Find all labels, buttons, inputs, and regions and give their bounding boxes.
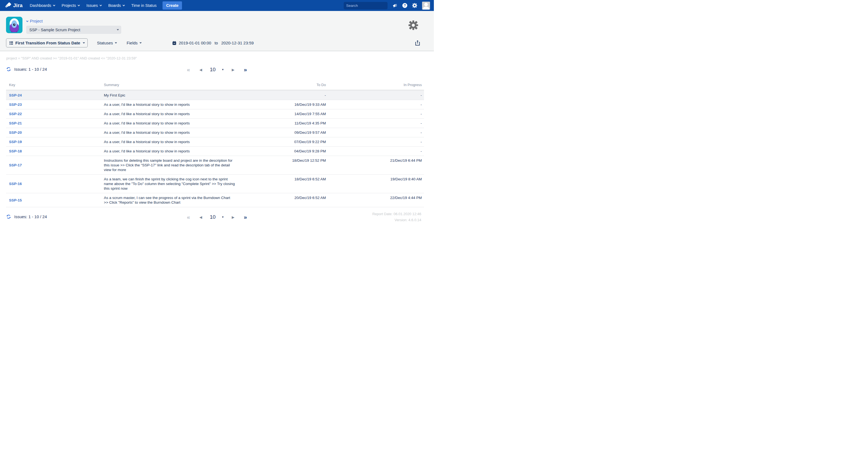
table-row: SSP-17Instructions for deleting this sam… <box>6 156 424 175</box>
in-progress-date: - <box>326 112 422 116</box>
navbar-right: ? <box>344 2 430 9</box>
issue-summary: As a user, I'd like a historical story t… <box>104 102 236 107</box>
issue-key-link[interactable]: SSP-19 <box>9 140 104 144</box>
issues-bar-top: Issues: 1 - 10 / 24 « ◀ 10 ▼ ▶ » <box>0 66 434 75</box>
menu-projects[interactable]: Projects <box>62 3 79 8</box>
in-progress-date: - <box>326 140 422 144</box>
issue-key-link[interactable]: SSP-21 <box>9 121 104 125</box>
statuses-dropdown[interactable]: Statuses <box>97 40 116 45</box>
jira-logo[interactable]: Jira <box>5 2 23 9</box>
issue-summary: As a user, I'd like a historical story t… <box>104 121 236 125</box>
fields-dropdown[interactable]: Fields <box>127 40 141 45</box>
table-row: SSP-15As a scrum master, I can see the p… <box>6 193 424 207</box>
pagination-top: « ◀ 10 ▼ ▶ » <box>187 66 247 73</box>
menu-time-in-status[interactable]: Time in Status <box>131 3 156 8</box>
refresh-icon[interactable] <box>6 67 11 72</box>
last-page-icon[interactable]: » <box>244 66 247 73</box>
chevron-down-icon <box>26 20 28 22</box>
col-header-summary[interactable]: Summary <box>104 83 244 87</box>
in-progress-date: - <box>326 121 422 125</box>
page-size-select[interactable]: 10 ▼ <box>210 214 224 220</box>
gear-icon[interactable] <box>412 3 417 8</box>
report-version: Version: 4.6.0.14 <box>372 217 421 223</box>
report-type-label: First Transition From Status Date <box>16 40 80 45</box>
calendar-icon <box>172 41 177 45</box>
menu-projects-label: Projects <box>62 3 76 8</box>
date-from: 2019-01-01 00:00 <box>179 40 211 45</box>
chevron-down-icon <box>123 4 125 6</box>
project-label: Project <box>30 19 43 23</box>
prev-page-icon[interactable]: ◀ <box>199 68 202 72</box>
next-page-icon[interactable]: ▶ <box>232 68 235 72</box>
menu-issues-label: Issues <box>86 3 98 8</box>
todo-date: 09/Dec/19 9:57 AM <box>244 130 326 135</box>
in-progress-date: - <box>326 102 422 107</box>
avatar-bust <box>423 7 429 9</box>
chevron-down-icon <box>53 4 55 6</box>
project-select-value: SSP - Sample Scrum Project <box>29 28 80 32</box>
date-to: 2020-12-31 23:59 <box>221 40 253 45</box>
page-size-select[interactable]: 10 ▼ <box>210 67 224 73</box>
report-meta: Report Date: 06.01.2020 12:46 Version: 4… <box>372 211 421 223</box>
issue-key-link[interactable]: SSP-24 <box>9 93 104 98</box>
issues-count-label: Issues: 1 - 10 / 24 <box>14 214 47 219</box>
prev-page-icon[interactable]: ◀ <box>199 215 202 219</box>
table-body: SSP-24My First Epic--SSP-23As a user, I'… <box>6 90 424 207</box>
top-navbar: Jira Dashboards Projects Issues Boards T… <box>0 0 434 11</box>
table-row: SSP-21As a user, I'd like a historical s… <box>6 119 424 128</box>
menu-dashboards-label: Dashboards <box>30 3 51 8</box>
date-range-picker[interactable]: 2019-01-01 00:00 to 2020-12-31 23:59 <box>172 40 253 45</box>
menu-issues[interactable]: Issues <box>86 3 101 8</box>
main-menu: Dashboards Projects Issues Boards Time i… <box>30 3 157 8</box>
avatar-head <box>424 3 428 6</box>
report-settings-gear-icon[interactable] <box>408 20 419 31</box>
table-row: SSP-18As a user, I'd like a historical s… <box>6 147 424 156</box>
refresh-icon[interactable] <box>6 214 11 219</box>
issue-key-link[interactable]: SSP-23 <box>9 102 104 107</box>
statuses-label: Statuses <box>97 40 113 45</box>
search-input[interactable] <box>346 4 395 8</box>
first-page-icon[interactable]: « <box>187 214 190 221</box>
menu-time-in-status-label: Time in Status <box>131 3 156 8</box>
col-header-inprogress[interactable]: In Progress <box>326 83 422 87</box>
export-button[interactable] <box>415 40 420 46</box>
project-select[interactable]: SSP - Sample Scrum Project <box>26 26 121 34</box>
pagination-bottom: « ◀ 10 ▼ ▶ » <box>187 214 247 221</box>
next-page-icon[interactable]: ▶ <box>232 215 235 219</box>
menu-boards-label: Boards <box>108 3 121 8</box>
issue-key-link[interactable]: SSP-22 <box>9 112 104 116</box>
export-icon <box>415 40 420 46</box>
first-page-icon[interactable]: « <box>187 66 190 73</box>
chevron-down-icon <box>140 42 142 43</box>
user-avatar[interactable] <box>422 2 430 9</box>
megaphone-icon[interactable] <box>392 3 398 8</box>
report-type-dropdown[interactable]: First Transition From Status Date <box>6 38 88 48</box>
col-header-todo[interactable]: To Do <box>244 83 326 87</box>
todo-date: 20/Dec/19 6:52 AM <box>244 195 326 205</box>
menu-dashboards[interactable]: Dashboards <box>30 3 55 8</box>
issue-key-link[interactable]: SSP-15 <box>9 198 104 203</box>
in-progress-date: 19/Dec/19 8:40 AM <box>326 177 422 191</box>
in-progress-date: 22/Dec/19 4:44 PM <box>326 195 422 205</box>
col-header-key[interactable]: Key <box>9 83 104 87</box>
in-progress-date: - <box>326 149 422 153</box>
last-page-icon[interactable]: » <box>244 214 247 221</box>
help-icon[interactable]: ? <box>402 3 407 8</box>
issue-key-link[interactable]: SSP-16 <box>9 181 104 186</box>
page-size-value: 10 <box>210 214 215 220</box>
in-progress-date: - <box>326 93 422 98</box>
menu-boards[interactable]: Boards <box>108 3 124 8</box>
todo-date: - <box>244 93 326 98</box>
table-row: SSP-19As a user, I'd like a historical s… <box>6 137 424 147</box>
search-box[interactable] <box>344 2 388 9</box>
page-size-value: 10 <box>210 67 215 73</box>
create-button[interactable]: Create <box>162 1 182 9</box>
issue-key-link[interactable]: SSP-17 <box>9 163 104 168</box>
todo-date: 14/Dec/19 7:55 AM <box>244 112 326 116</box>
size-caret-icon: ▼ <box>222 68 224 71</box>
table-row: SSP-16As a team, we can finish the sprin… <box>6 175 424 193</box>
issue-key-link[interactable]: SSP-20 <box>9 130 104 135</box>
project-collapse-toggle[interactable]: Project <box>26 19 121 23</box>
issue-key-link[interactable]: SSP-18 <box>9 149 104 153</box>
chevron-down-icon <box>83 42 85 43</box>
